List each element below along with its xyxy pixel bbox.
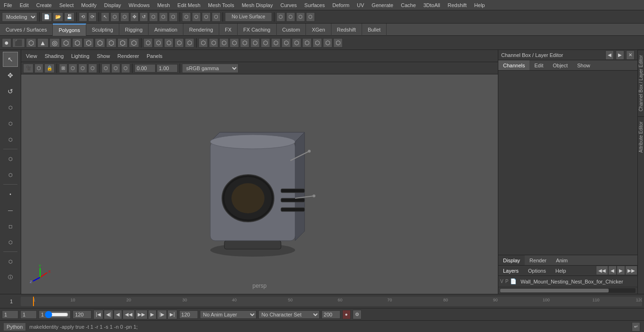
menu-mesh-display[interactable]: Mesh Display (238, 1, 277, 9)
lasso-btn[interactable]: ⬡ (110, 12, 119, 22)
helix-btn[interactable]: ⬡ (106, 38, 116, 48)
save-scene-btn[interactable]: 💾 (64, 12, 74, 22)
cb-tab-show[interactable]: Show (572, 60, 595, 70)
lasso-tool-btn[interactable]: ⬡ (3, 151, 18, 166)
workspace-dropdown[interactable]: Modeling (2, 12, 37, 22)
menu-create[interactable]: Create (33, 1, 56, 9)
grid-btn[interactable]: ⊞ (59, 64, 67, 73)
layer-tab-anim[interactable]: Anim (551, 255, 572, 265)
layer-options-help[interactable]: Help (551, 266, 571, 275)
disc-btn[interactable]: ⬡ (72, 38, 83, 48)
menu-windows[interactable]: Windows (125, 1, 154, 9)
bevel-btn[interactable]: ⬡ (219, 38, 229, 48)
tab-custom[interactable]: Custom (277, 24, 306, 36)
soft-mod-btn[interactable]: ⬡ (169, 12, 178, 22)
anim-layer-select[interactable]: No Anim Layer (200, 310, 256, 319)
render-btn[interactable]: ⬡ (276, 12, 285, 22)
connect-btn[interactable]: ⬡ (250, 38, 260, 48)
tab-redshift[interactable]: Redshift (331, 24, 362, 36)
sculpt-btn[interactable]: ⬡ (302, 38, 312, 48)
menu-help[interactable]: Help (471, 1, 489, 9)
universal-tool-btn[interactable]: ⬡ (3, 116, 18, 131)
menu-mesh-tools[interactable]: Mesh Tools (204, 1, 238, 9)
bool-diff-btn[interactable]: ⬡ (174, 38, 184, 48)
layer-nav-4[interactable]: ▶▶ (625, 266, 637, 275)
layer-nav-2[interactable]: ◀ (608, 266, 617, 275)
menu-generate[interactable]: Generate (368, 1, 397, 9)
tab-xgen[interactable]: XGen (306, 24, 331, 36)
aa-btn[interactable]: ⬡ (121, 64, 130, 73)
char-set-select[interactable]: No Character Set (258, 310, 320, 319)
cb-close-btn[interactable]: ✕ (626, 50, 635, 60)
view-menu[interactable]: View (23, 52, 40, 60)
cb-next-btn[interactable]: ▶ (616, 50, 624, 60)
lighting-menu[interactable]: Lighting (68, 52, 92, 60)
menu-file[interactable]: File (0, 1, 16, 9)
frame-input-1[interactable] (2, 310, 18, 319)
component-uvset-btn[interactable]: ⬡ (3, 235, 18, 250)
layer-scroll[interactable] (500, 288, 636, 293)
component-vertex-btn[interactable]: • (3, 186, 18, 202)
undo-btn[interactable]: ⟲ (79, 12, 87, 22)
universal-btn[interactable]: ⬡ (159, 12, 168, 22)
component-edge-btn[interactable]: — (3, 202, 18, 218)
tab-fx[interactable]: FX (219, 24, 238, 36)
frame-input-2[interactable] (20, 310, 37, 319)
menu-display[interactable]: Display (100, 1, 125, 9)
panels-menu[interactable]: Panels (144, 52, 165, 60)
tab-fx-caching[interactable]: FX Caching (238, 24, 276, 36)
layer-nav-1[interactable]: ◀◀ (596, 266, 608, 275)
info-btn[interactable]: ⓘ (3, 270, 18, 285)
relax-btn[interactable]: ⬡ (292, 38, 301, 48)
torus-btn[interactable]: ◎ (50, 38, 60, 48)
remesh-btn[interactable]: ⬡ (333, 38, 343, 48)
bool-int-btn[interactable]: ⬡ (185, 38, 194, 48)
target-weld-btn[interactable]: ⬡ (271, 38, 281, 48)
tab-bullet[interactable]: Bullet (362, 24, 387, 36)
python-mode-btn[interactable]: Python (4, 323, 25, 331)
move-btn[interactable]: ✥ (130, 12, 139, 22)
smooth-btn[interactable]: ⬡ (323, 38, 332, 48)
menu-edit[interactable]: Edit (16, 1, 33, 9)
max-frame-input[interactable] (322, 310, 340, 319)
tab-polygons[interactable]: Polygons (53, 24, 86, 36)
cmd-enter-btn[interactable]: ↵ (632, 322, 640, 332)
bridge-btn[interactable]: ⬡ (209, 38, 218, 48)
pipe-btn[interactable]: ⬡ (95, 38, 105, 48)
tab-rendering[interactable]: Rendering (183, 24, 219, 36)
timeline-ruler[interactable]: 1 10 20 30 40 50 60 70 80 90 100 110 120 (21, 297, 642, 306)
menu-3dtoall[interactable]: 3DtoAll (420, 1, 444, 9)
soccer-btn[interactable]: ⬡ (129, 38, 139, 48)
cone-btn[interactable]: ▲ (37, 38, 49, 48)
prev-frame-btn[interactable]: ◀ (114, 310, 122, 319)
combine-btn[interactable]: ⬡ (143, 38, 153, 48)
next-frame-btn[interactable]: ▶ (148, 310, 157, 319)
no-live-surface-btn[interactable]: No Live Surface (225, 12, 272, 22)
tab-animation[interactable]: Animation (149, 24, 183, 36)
layer-nav-3[interactable]: ▶ (617, 266, 625, 275)
paint-sel-btn[interactable]: ⬡ (120, 12, 129, 22)
cb-tab-edit[interactable]: Edit (529, 60, 548, 70)
end-frame-input[interactable] (179, 310, 198, 319)
shade-btn[interactable]: ⬡ (78, 64, 87, 73)
paint-tool-btn[interactable]: ⬡ (3, 132, 18, 147)
fill-btn[interactable]: ⬡ (261, 38, 270, 48)
select-tool-btn[interactable]: ↖ (3, 52, 18, 67)
select-btn[interactable]: ↖ (101, 12, 109, 22)
menu-surfaces[interactable]: Surfaces (301, 1, 329, 9)
side-tab-attribute-editor[interactable]: Attribute Editor (638, 116, 644, 157)
menu-select[interactable]: Select (56, 1, 78, 9)
gamma-select[interactable]: sRGB gamma (182, 64, 239, 73)
show-menu[interactable]: Show (94, 52, 113, 60)
open-scene-btn[interactable]: 📂 (53, 12, 63, 22)
snap-curve-btn[interactable]: ⬡ (192, 12, 201, 22)
next-key-btn[interactable]: |▶ (157, 310, 167, 319)
flat-btn[interactable]: ⬡ (88, 64, 97, 73)
ipr-btn[interactable]: ⬡ (306, 12, 315, 22)
go-end-btn[interactable]: ▶| (167, 310, 177, 319)
menu-cache[interactable]: Cache (397, 1, 420, 9)
layer-tab-display[interactable]: Display (498, 255, 525, 265)
wireframe-btn[interactable]: ⬡ (68, 64, 77, 73)
3d-viewport[interactable]: persp X Y Z (21, 74, 498, 294)
cb-tab-object[interactable]: Object (548, 60, 572, 70)
